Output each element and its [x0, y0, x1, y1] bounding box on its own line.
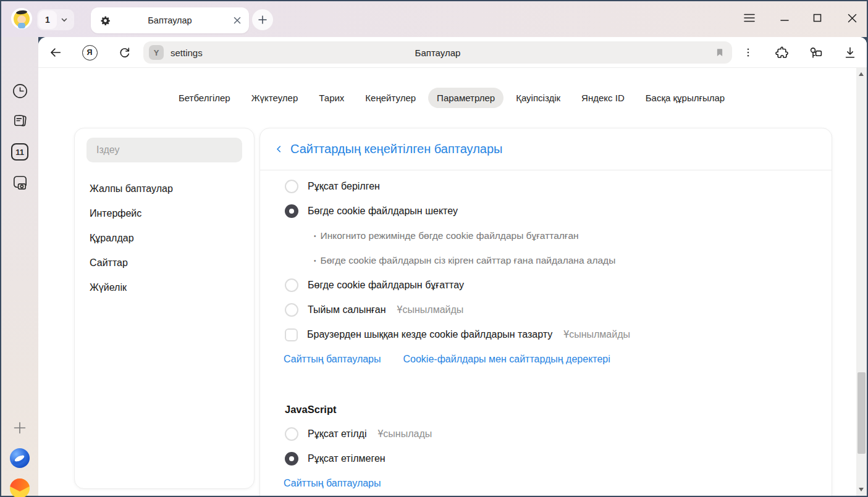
top-nav-tab[interactable]: Кеңейтулер: [356, 88, 424, 108]
settings-link[interactable]: Cookie-файлдары мен сайттардың деректері: [403, 354, 610, 365]
refresh-button[interactable]: [116, 44, 132, 61]
search-input[interactable]: [86, 138, 242, 162]
screenshot-icon: [11, 173, 29, 191]
settings-nav-item[interactable]: Жалпы баптаулар: [75, 177, 254, 201]
settings-nav-item[interactable]: Сайттар: [75, 251, 254, 275]
tab-group-counter[interactable]: 1: [37, 9, 74, 30]
option-note: Ұсынылмайды: [397, 304, 464, 315]
radio-button[interactable]: [285, 180, 298, 193]
option-label: Бөгде cookie файлдарын бұғаттау: [308, 280, 464, 291]
refresh-icon: [118, 46, 131, 59]
browser-logo-icon: [10, 448, 30, 468]
option-row: Рұқсат етілмеген: [260, 446, 832, 471]
yandex-icon: Я: [82, 45, 98, 61]
downloads-button[interactable]: [842, 44, 858, 61]
mail-app-button[interactable]: [10, 478, 30, 497]
browser-logo[interactable]: [10, 448, 30, 468]
screenshot-button[interactable]: [10, 172, 30, 191]
cookie-links: Сайттың баптауларыCookie-файлдары мен са…: [260, 347, 832, 372]
top-nav-tab[interactable]: Бетбелгілер: [170, 88, 239, 108]
history-button[interactable]: [10, 81, 30, 101]
option-row: Рұқсат берілген: [260, 174, 832, 199]
browser-tab-settings[interactable]: Баптаулар: [91, 7, 249, 33]
close-window-button[interactable]: [843, 9, 861, 27]
vertical-scrollbar[interactable]: [856, 68, 867, 496]
option-note: Ұсынылады: [377, 428, 432, 440]
history-icon: [11, 82, 29, 100]
scroll-up-icon[interactable]: [859, 72, 864, 76]
tabs-panel-button[interactable]: 11: [10, 142, 30, 162]
settings-link[interactable]: Сайттың баптаулары: [284, 354, 381, 365]
settings-link[interactable]: Сайттың баптаулары: [284, 478, 381, 489]
option-row: Рұқсат етілдіҰсынылады: [260, 422, 832, 446]
top-nav-tab[interactable]: Тарих: [310, 88, 353, 108]
back-chevron-icon[interactable]: [274, 144, 284, 154]
avatar[interactable]: [11, 8, 32, 29]
radio-button[interactable]: [285, 204, 298, 218]
passwords-icon: [808, 45, 823, 60]
titlebar: 1 Баптаулар: [1, 1, 867, 37]
option-label: Рұқсат берілген: [308, 181, 380, 192]
option-detail: Бөгде cookie файлдарын сіз кірген сайтта…: [260, 248, 832, 273]
browser-menu-button[interactable]: [740, 9, 759, 27]
scrollbar-thumb[interactable]: [857, 372, 866, 454]
minimize-button[interactable]: [775, 9, 794, 27]
plus-icon: [13, 421, 27, 435]
yandex-home-button[interactable]: Я: [82, 44, 98, 61]
notes-icon: [11, 112, 29, 130]
notes-button[interactable]: [10, 111, 30, 130]
checkbox[interactable]: [285, 328, 298, 341]
option-label: Бөгде cookie файлдарын шектеу: [308, 206, 458, 217]
scroll-down-icon[interactable]: [859, 488, 864, 491]
new-tab-button[interactable]: [252, 9, 273, 30]
maximize-button[interactable]: [808, 9, 827, 27]
minimize-icon: [780, 14, 789, 22]
top-nav-tab[interactable]: Жүктеулер: [243, 88, 307, 108]
extensions-icon: [774, 45, 789, 60]
section-title: Сайттардың кеңейтілген баптаулары: [290, 142, 502, 156]
passwords-button[interactable]: [807, 44, 824, 61]
menu-icon: [744, 14, 755, 22]
left-sidebar: 11: [1, 37, 38, 496]
top-nav-tab[interactable]: Яндекс ID: [573, 88, 633, 108]
toolbar-menu-button[interactable]: [740, 44, 756, 61]
option-label: Браузерден шыққан кезде cookie файлдарын…: [307, 329, 552, 340]
extensions-button[interactable]: [773, 44, 790, 61]
option-label: Тыйым салынған: [308, 304, 386, 315]
browser-main-window: Я Y settings Баптаулар БетбелгілерЖүктеу…: [38, 37, 867, 496]
tabs-count-badge: 11: [11, 143, 28, 161]
settings-nav-card: Жалпы баптауларИнтерфейсҚұралдарСайттарЖ…: [74, 128, 255, 489]
maximize-icon: [813, 14, 822, 22]
radio-button[interactable]: [285, 427, 298, 441]
cookie-options: Рұқсат берілгенБөгде cookie файлдарын ше…: [260, 174, 832, 347]
option-label: Рұқсат етілді: [308, 428, 366, 440]
settings-nav-item[interactable]: Құралдар: [75, 226, 254, 251]
javascript-heading: JavaScript: [260, 397, 832, 422]
top-nav-tab[interactable]: Басқа құрылғылар: [637, 88, 733, 108]
navigation-toolbar: Я Y settings Баптаулар: [38, 37, 867, 68]
settings-main-card: Сайттардың кеңейтілген баптаулары Рұқсат…: [259, 128, 832, 496]
address-bar[interactable]: Y settings Баптаулар: [143, 41, 732, 64]
tab-count-badge[interactable]: 1: [38, 10, 57, 29]
add-sidebar-button[interactable]: [10, 418, 30, 438]
top-nav: БетбелгілерЖүктеулерТарихКеңейтулерПарам…: [38, 84, 856, 111]
settings-page: БетбелгілерЖүктеулерТарихКеңейтулерПарам…: [38, 68, 867, 496]
option-detail: Инкогнито режимінде бөгде cookie файлдар…: [260, 223, 832, 248]
radio-button[interactable]: [285, 303, 298, 317]
radio-button[interactable]: [285, 452, 298, 466]
settings-nav-list: Жалпы баптауларИнтерфейсҚұралдарСайттарЖ…: [75, 177, 254, 300]
option-label: Рұқсат етілмеген: [308, 453, 386, 464]
top-nav-tab[interactable]: Параметрлер: [428, 88, 504, 108]
chevron-down-icon[interactable]: [60, 15, 69, 24]
settings-nav-item[interactable]: Жүйелік: [75, 275, 254, 300]
bookmark-icon[interactable]: [715, 47, 725, 58]
top-nav-tab[interactable]: Қауіпсіздік: [507, 88, 569, 108]
settings-nav-item[interactable]: Интерфейс: [75, 201, 254, 226]
close-icon[interactable]: [233, 16, 242, 25]
mail-logo-icon: [10, 478, 30, 497]
radio-button[interactable]: [285, 278, 298, 292]
plus-icon: [258, 15, 268, 25]
option-row: Бөгде cookie файлдарын бұғаттау: [260, 273, 832, 298]
back-button[interactable]: [48, 44, 64, 61]
back-icon: [49, 46, 62, 59]
